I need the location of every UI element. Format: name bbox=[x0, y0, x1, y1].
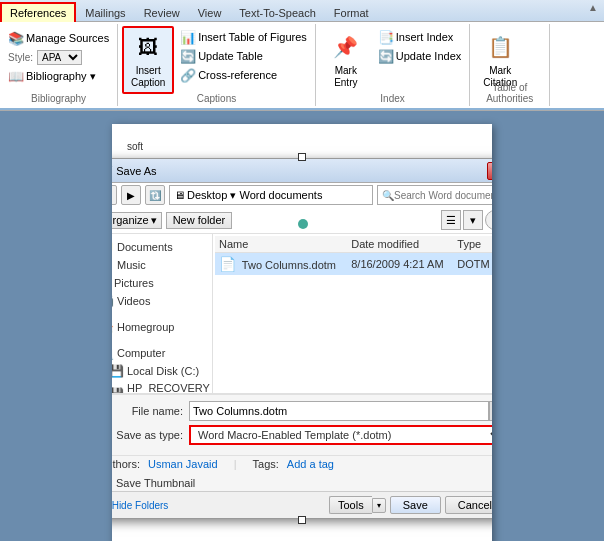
tab-texttos[interactable]: Text-To-Speach bbox=[230, 2, 324, 22]
filename-label: File name: bbox=[112, 405, 189, 417]
insert-caption-button[interactable]: 🖼 Insert Caption bbox=[122, 26, 174, 94]
handle-top[interactable] bbox=[298, 153, 306, 161]
nav-pane: 📁 Documents 🎵 Music 🖼 Pictures bbox=[112, 234, 213, 393]
authors-value[interactable]: Usman Javaid bbox=[148, 458, 218, 470]
nav-videos[interactable]: 📹 Videos bbox=[112, 292, 212, 310]
group-authorities-label: Table of Authorities bbox=[470, 82, 549, 104]
ribbon-collapse[interactable]: ▲ bbox=[582, 0, 604, 15]
update-index-button[interactable]: 🔄 Update Index bbox=[374, 47, 465, 65]
nav-pictures[interactable]: 🖼 Pictures bbox=[112, 274, 212, 292]
insert-caption-icon: 🖼 bbox=[132, 31, 164, 63]
nav-computer[interactable]: 💻 Computer bbox=[112, 344, 212, 362]
authors-tags-area: Authors: Usman Javaid | Tags: Add a tag bbox=[112, 456, 492, 474]
bibliography-button[interactable]: 📖 Bibliography ▾ bbox=[4, 67, 100, 85]
tab-mailings[interactable]: Mailings bbox=[76, 2, 134, 22]
dialog-close-button[interactable]: ✕ bbox=[487, 162, 492, 180]
manage-sources-icon: 📚 bbox=[8, 30, 24, 46]
group-captions-label: Captions bbox=[118, 93, 315, 104]
nav-separator bbox=[112, 310, 212, 318]
index-col: 📑 Insert Index 🔄 Update Index bbox=[374, 26, 465, 65]
filetype-input-group: Word Macro-Enabled Template (*.dotm) bbox=[189, 425, 492, 445]
documents-icon: 📁 bbox=[112, 240, 114, 254]
file-table: Name Date modified Type 📄 bbox=[215, 236, 492, 275]
tab-view[interactable]: View bbox=[189, 2, 231, 22]
hp-recovery-icon: 💾 bbox=[112, 387, 124, 393]
path-display[interactable]: 🖥 Desktop ▾ Word documents bbox=[169, 185, 373, 205]
col-date[interactable]: Date modified bbox=[347, 236, 453, 253]
group-bibliography: 📚 Manage Sources Style: APA 📖 Bibliograp… bbox=[0, 24, 118, 106]
tools-button[interactable]: Tools bbox=[329, 496, 372, 514]
footer-right: Tools ▾ Save Cancel bbox=[329, 496, 492, 514]
tab-review[interactable]: Review bbox=[135, 2, 189, 22]
tools-arrow-button[interactable]: ▾ bbox=[372, 498, 386, 513]
save-button[interactable]: Save bbox=[390, 496, 441, 514]
col-name[interactable]: Name bbox=[215, 236, 347, 253]
filename-dropdown-arrow[interactable]: ▾ bbox=[489, 401, 492, 421]
filetype-row: Save as type: Word Macro-Enabled Templat… bbox=[112, 425, 492, 445]
update-index-icon: 🔄 bbox=[378, 48, 394, 64]
cross-reference-button[interactable]: 🔗 Cross-reference bbox=[176, 66, 311, 84]
music-icon: 🎵 bbox=[112, 258, 114, 272]
tags-label: Tags: bbox=[253, 458, 279, 470]
save-as-dialog: W Save As ✕ ◀ ▶ 🔃 🖥 Desktop ▾ Word docum… bbox=[112, 158, 492, 519]
style-select-button[interactable]: Style: APA bbox=[4, 48, 86, 66]
nav-hp-recovery[interactable]: 💾 HP_RECOVERY (E: ...) bbox=[112, 380, 212, 393]
nav-documents[interactable]: 📁 Documents bbox=[112, 238, 212, 256]
view-button[interactable]: ☰ bbox=[441, 210, 461, 230]
file-pane: 📁 Documents 🎵 Music 🖼 Pictures bbox=[112, 234, 492, 394]
col-type[interactable]: Type bbox=[453, 236, 492, 253]
nav-local-disk[interactable]: 💾 Local Disk (C:) bbox=[112, 362, 212, 380]
forward-button[interactable]: ▶ bbox=[121, 185, 141, 205]
group-bibliography-label: Bibliography bbox=[0, 93, 117, 104]
view-arrow-button[interactable]: ▾ bbox=[463, 210, 483, 230]
content-pane: Name Date modified Type 📄 bbox=[213, 234, 492, 393]
cancel-button[interactable]: Cancel bbox=[445, 496, 492, 514]
tags-value[interactable]: Add a tag bbox=[287, 458, 334, 470]
file-toolbar-left: Organize ▾ New folder bbox=[112, 212, 232, 229]
search-input[interactable] bbox=[394, 190, 492, 201]
back-button[interactable]: ◀ bbox=[112, 185, 117, 205]
help-button[interactable]: ? bbox=[485, 210, 492, 230]
organize-button[interactable]: Organize ▾ bbox=[112, 212, 162, 229]
authors-label: Authors: bbox=[112, 458, 140, 470]
mark-citation-icon: 📋 bbox=[484, 31, 516, 63]
cross-ref-icon: 🔗 bbox=[180, 67, 196, 83]
update-table-button[interactable]: 🔄 Update Table bbox=[176, 47, 311, 65]
nav-separator2 bbox=[112, 336, 212, 344]
handle-bottom[interactable] bbox=[298, 516, 306, 524]
mark-entry-icon: 📌 bbox=[330, 31, 362, 63]
save-as-dialog-overlay: W Save As ✕ ◀ ▶ 🔃 🖥 Desktop ▾ Word docum… bbox=[112, 124, 492, 542]
homegroup-icon: 🏠 bbox=[112, 320, 114, 334]
local-disk-icon: 💾 bbox=[112, 364, 124, 378]
hide-folders-button[interactable]: ▲ Hide Folders bbox=[112, 500, 168, 511]
selection-handle-top[interactable] bbox=[298, 219, 308, 229]
organize-arrow-icon: ▾ bbox=[151, 214, 157, 227]
mark-entry-button[interactable]: 📌 Mark Entry bbox=[320, 26, 372, 94]
location-bar: ◀ ▶ 🔃 🖥 Desktop ▾ Word documents 🔍 bbox=[112, 183, 492, 207]
ribbon: References Mailings Review View Text-To-… bbox=[0, 0, 604, 111]
document-area: softwhich0, were the es nu. allery a way… bbox=[0, 111, 604, 541]
search-box: 🔍 bbox=[377, 185, 492, 205]
dialog-titlebar: W Save As ✕ bbox=[112, 159, 492, 183]
table-row[interactable]: 📄 Two Columns.dotm 8/16/2009 4:21 AM DOT… bbox=[215, 253, 492, 276]
insert-index-button[interactable]: 📑 Insert Index bbox=[374, 28, 465, 46]
filename-row: File name: ▾ bbox=[112, 401, 492, 421]
bibliography-icon: 📖 bbox=[8, 68, 24, 84]
tab-format[interactable]: Format bbox=[325, 2, 378, 22]
computer-icon: 💻 bbox=[112, 346, 114, 360]
filename-input-group: ▾ bbox=[189, 401, 492, 421]
update-table-icon: 🔄 bbox=[180, 48, 196, 64]
filename-input[interactable] bbox=[189, 401, 489, 421]
insert-table-figures-button[interactable]: 📊 Insert Table of Figures bbox=[176, 28, 311, 46]
tab-references[interactable]: References bbox=[0, 2, 76, 22]
captions-col: 📊 Insert Table of Figures 🔄 Update Table… bbox=[176, 26, 311, 84]
nav-music[interactable]: 🎵 Music bbox=[112, 256, 212, 274]
manage-sources-button[interactable]: 📚 Manage Sources bbox=[4, 29, 113, 47]
new-folder-button[interactable]: New folder bbox=[166, 212, 233, 229]
nav-homegroup[interactable]: 🏠 Homegroup bbox=[112, 318, 212, 336]
group-authorities: 📋 Mark Citation Table of Authorities bbox=[470, 24, 550, 106]
up-button[interactable]: 🔃 bbox=[145, 185, 165, 205]
filetype-select[interactable]: Word Macro-Enabled Template (*.dotm) bbox=[189, 425, 492, 445]
thumbnail-row: Save Thumbnail bbox=[112, 474, 492, 491]
style-dropdown[interactable]: APA bbox=[37, 50, 82, 65]
